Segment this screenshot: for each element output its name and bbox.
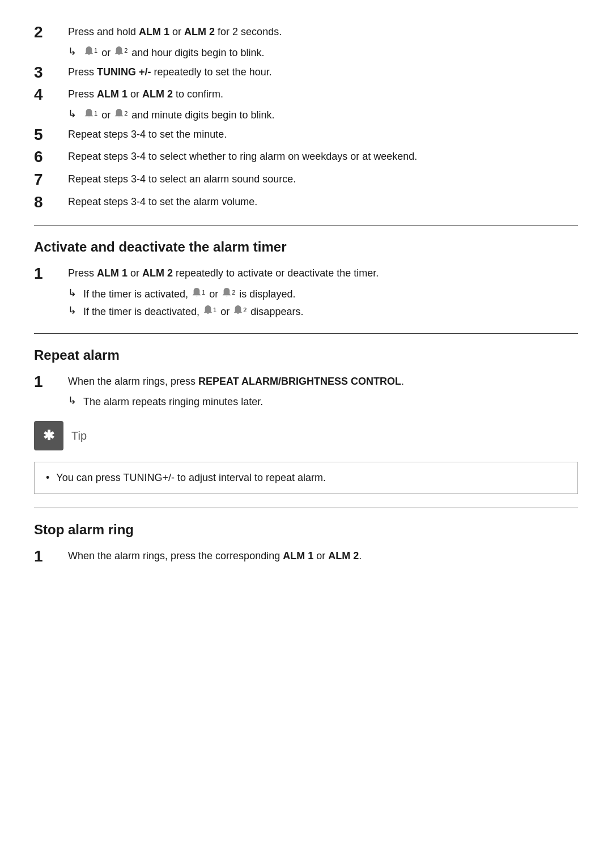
step-row: 4Press ALM 1 or ALM 2 to confirm. [34, 85, 578, 104]
arrow-content: 1 or 2 and minute digits begin to blink. [83, 108, 274, 123]
arrow-content: The alarm repeats ringing minutes later. [83, 394, 263, 410]
step-number: 8 [34, 193, 68, 212]
divider-1 [34, 225, 578, 225]
repeat-section: Repeat alarm 1When the alarm rings, pres… [34, 347, 578, 410]
repeat-heading: Repeat alarm [34, 347, 578, 363]
step-number: 2 [34, 23, 68, 42]
bell-superscript: 2 [124, 109, 128, 118]
bullet-icon: • [46, 470, 49, 486]
step-content: When the alarm rings, press REPEAT ALARM… [68, 372, 578, 389]
step-content: Repeat steps 3-4 to set the alarm volume… [68, 193, 578, 210]
step-number: 6 [34, 147, 68, 167]
bell-icon: 2 [114, 46, 128, 56]
bell-icon: 1 [203, 305, 216, 315]
arrow-row: ↳1 or 2 and minute digits begin to blink… [68, 108, 578, 123]
tip-bullet-row: • You can press TUNING+/- to adjust inte… [46, 470, 566, 486]
step-row: 1When the alarm rings, press the corresp… [34, 547, 578, 566]
bell-superscript: 2 [124, 46, 128, 56]
step-row: 8Repeat steps 3-4 to set the alarm volum… [34, 193, 578, 212]
step-row: 5Repeat steps 3-4 to set the minute. [34, 125, 578, 144]
bell-icon: 1 [84, 46, 97, 56]
step-row: 3Press TUNING +/- repeatedly to set the … [34, 63, 578, 82]
repeat-steps: 1When the alarm rings, press REPEAT ALAR… [34, 372, 578, 410]
bell-superscript: 2 [232, 288, 235, 297]
main-content: 2Press and hold ALM 1 or ALM 2 for 2 sec… [34, 23, 578, 566]
bell-icon: 1 [192, 287, 205, 297]
stop-section: Stop alarm ring 1When the alarm rings, p… [34, 522, 578, 566]
step-item: 8Repeat steps 3-4 to set the alarm volum… [34, 193, 578, 212]
arrow-content: If the timer is activated, 1 or 2 is dis… [83, 287, 295, 302]
bell-icon: 2 [222, 287, 235, 297]
step-item: 6Repeat steps 3-4 to select whether to r… [34, 147, 578, 167]
step-number: 4 [34, 85, 68, 104]
divider-2 [34, 333, 578, 334]
step-number: 5 [34, 125, 68, 144]
bell-superscript: 1 [94, 109, 97, 118]
step-item: 3Press TUNING +/- repeatedly to set the … [34, 63, 578, 82]
arrow-symbol: ↳ [68, 287, 76, 299]
bell-icon: 2 [114, 108, 128, 118]
arrow-row: ↳If the timer is deactivated, 1 or 2 dis… [68, 304, 578, 320]
arrow-symbol: ↳ [68, 304, 76, 317]
step-content: Press and hold ALM 1 or ALM 2 for 2 seco… [68, 23, 578, 40]
step-item: 1Press ALM 1 or ALM 2 repeatedly to acti… [34, 264, 578, 320]
step-row: 1When the alarm rings, press REPEAT ALAR… [34, 372, 578, 392]
tip-wrapper: ✱ Tip [34, 421, 578, 450]
stop-heading: Stop alarm ring [34, 522, 578, 538]
step-content: Press ALM 1 or ALM 2 to confirm. [68, 85, 578, 102]
tip-content-box: • You can press TUNING+/- to adjust inte… [34, 462, 578, 494]
bell-icon: 1 [84, 108, 97, 118]
activate-heading: Activate and deactivate the alarm timer [34, 239, 578, 255]
arrow-content: If the timer is deactivated, 1 or 2 disa… [83, 304, 303, 320]
step-row: 2Press and hold ALM 1 or ALM 2 for 2 sec… [34, 23, 578, 42]
arrow-symbol: ↳ [68, 394, 76, 407]
step-content: Press TUNING +/- repeatedly to set the h… [68, 63, 578, 80]
divider-3 [34, 508, 578, 508]
step-content: Press ALM 1 or ALM 2 repeatedly to activ… [68, 264, 578, 281]
arrow-row: ↳The alarm repeats ringing minutes later… [68, 394, 578, 410]
step-item: 5Repeat steps 3-4 to set the minute. [34, 125, 578, 144]
step-item: 7Repeat steps 3-4 to select an alarm sou… [34, 170, 578, 189]
activate-steps: 1Press ALM 1 or ALM 2 repeatedly to acti… [34, 264, 578, 320]
tip-icon: ✱ [34, 421, 63, 450]
arrow-symbol: ↳ [68, 108, 76, 120]
step-item: 1When the alarm rings, press REPEAT ALAR… [34, 372, 578, 410]
step-content: When the alarm rings, press the correspo… [68, 547, 578, 564]
step-number: 1 [34, 372, 68, 392]
bell-superscript: 1 [94, 46, 97, 56]
arrow-row: ↳1 or 2 and hour digits begin to blink. [68, 45, 578, 61]
step-row: 6Repeat steps 3-4 to select whether to r… [34, 147, 578, 167]
step-item: 4Press ALM 1 or ALM 2 to confirm.↳1 or 2… [34, 85, 578, 123]
step-content: Repeat steps 3-4 to set the minute. [68, 125, 578, 142]
tip-label: Tip [71, 421, 87, 450]
bell-icon: 2 [233, 305, 246, 315]
activate-section: Activate and deactivate the alarm timer … [34, 239, 578, 320]
step-number: 3 [34, 63, 68, 82]
step-number: 7 [34, 170, 68, 189]
step-content: Repeat steps 3-4 to select an alarm soun… [68, 170, 578, 187]
step-item: 2Press and hold ALM 1 or ALM 2 for 2 sec… [34, 23, 578, 61]
tip-content-text: You can press TUNING+/- to adjust interv… [56, 470, 326, 486]
arrow-row: ↳If the timer is activated, 1 or 2 is di… [68, 287, 578, 302]
bell-superscript: 1 [202, 288, 205, 297]
stop-steps: 1When the alarm rings, press the corresp… [34, 547, 578, 566]
step-row: 7Repeat steps 3-4 to select an alarm sou… [34, 170, 578, 189]
arrow-symbol: ↳ [68, 45, 76, 58]
step-row: 1Press ALM 1 or ALM 2 repeatedly to acti… [34, 264, 578, 283]
step-item: 1When the alarm rings, press the corresp… [34, 547, 578, 566]
arrow-content: 1 or 2 and hour digits begin to blink. [83, 45, 264, 61]
steps-top-section: 2Press and hold ALM 1 or ALM 2 for 2 sec… [34, 23, 578, 211]
bell-superscript: 1 [213, 305, 216, 315]
step-number: 1 [34, 547, 68, 566]
step-content: Repeat steps 3-4 to select whether to ri… [68, 147, 578, 164]
step-number: 1 [34, 264, 68, 283]
bell-superscript: 2 [243, 305, 246, 315]
